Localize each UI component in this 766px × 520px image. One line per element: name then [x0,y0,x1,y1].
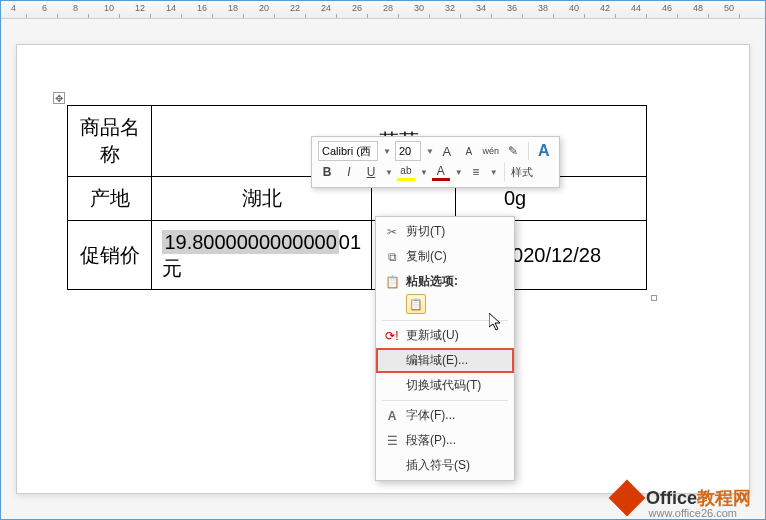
bold-button[interactable]: B [318,163,336,181]
separator [382,320,508,321]
ruler-number: 24 [321,3,331,13]
separator [382,400,508,401]
table-resize-handle-icon[interactable] [651,295,657,301]
ruler-number: 10 [104,3,114,13]
menu-label: 编辑域(E)... [406,352,506,369]
menu-label: 段落(P)... [406,432,506,449]
unit-text: 元 [162,257,182,279]
ruler-number: 32 [445,3,455,13]
office-logo-icon [609,480,646,517]
italic-button[interactable]: I [340,163,358,181]
menu-label: 字体(F)... [406,407,506,424]
paragraph-icon: ☰ [382,433,402,449]
context-menu: ✂ 剪切(T) ⧉ 复制(C) 📋 粘贴选项: 📋 ⟳! 更新域(U) 编辑域(… [375,216,515,481]
cell-promo-price-value[interactable]: 19.800000000000001 元 [152,221,372,290]
scissors-icon: ✂ [382,224,402,240]
chevron-down-icon[interactable]: ▼ [420,168,428,177]
ruler-number: 22 [290,3,300,13]
chevron-down-icon[interactable]: ▼ [426,147,434,156]
ruler-number: 48 [693,3,703,13]
clipboard-icon: 📋 [382,274,402,290]
menu-paragraph[interactable]: ☰ 段落(P)... [376,428,514,453]
menu-label: 切换域代码(T) [406,377,506,394]
menu-label: 复制(C) [406,248,506,265]
blank-icon [382,378,402,394]
ruler-number: 14 [166,3,176,13]
horizontal-ruler[interactable]: // placeholder — ruler numbers rendered … [1,1,765,19]
font-color-button[interactable]: A [432,163,450,181]
ruler-number: 36 [507,3,517,13]
underline-button[interactable]: U [362,163,380,181]
font-icon: A [382,408,402,424]
ruler-number: 44 [631,3,641,13]
menu-label: 剪切(T) [406,223,506,240]
format-painter-button[interactable]: ✎ [504,142,522,160]
blank-icon [382,458,402,474]
ruler-number: 4 [11,3,16,13]
mini-toolbar: ▼ ▼ A A wén ✎ A B I U ▼ ab ▼ A ▼ ≡ ▼ 样式 [311,136,560,188]
table-row: 促销价 19.800000000000001 元 期 2020/12/28 [68,221,647,290]
increase-font-button[interactable]: A [438,142,456,160]
ruler-number: 42 [600,3,610,13]
font-name-input[interactable] [318,141,378,161]
menu-font[interactable]: A 字体(F)... [376,403,514,428]
cell-origin-label[interactable]: 产地 [68,177,152,221]
separator [504,163,505,181]
menu-copy[interactable]: ⧉ 复制(C) [376,244,514,269]
ruler-number: 18 [228,3,238,13]
cell-product-name-label[interactable]: 商品名 称 [68,106,152,177]
chevron-down-icon[interactable]: ▼ [490,168,498,177]
watermark: Office教程网 www.office26.com [614,485,751,511]
ruler-number: 20 [259,3,269,13]
styles-icon[interactable]: A [535,142,553,160]
menu-label: 插入符号(S) [406,457,506,474]
styles-button[interactable]: 样式 [511,163,533,181]
separator [528,142,529,160]
paste-options-row: 📋 [376,294,514,318]
menu-label: 更新域(U) [406,327,506,344]
chevron-down-icon[interactable]: ▼ [455,168,463,177]
ruler-number: 40 [569,3,579,13]
cell-promo-price-label[interactable]: 促销价 [68,221,152,290]
menu-toggle-field-code[interactable]: 切换域代码(T) [376,373,514,398]
menu-edit-field[interactable]: 编辑域(E)... [376,348,514,373]
menu-insert-symbol[interactable]: 插入符号(S) [376,453,514,478]
watermark-url: www.office26.com [649,507,737,519]
trail-digits: 01 [339,231,361,253]
edit-icon [382,353,402,369]
ruler-number: 26 [352,3,362,13]
decrease-font-button[interactable]: A [460,142,478,160]
update-icon: ⟳! [382,328,402,344]
menu-cut[interactable]: ✂ 剪切(T) [376,219,514,244]
ruler-number: 38 [538,3,548,13]
menu-paste-options-label: 📋 粘贴选项: [376,269,514,294]
paste-keep-formatting-icon[interactable]: 📋 [406,294,426,314]
bullets-button[interactable]: ≡ [467,163,485,181]
ruler-number: 50 [724,3,734,13]
ruler-number: 46 [662,3,672,13]
menu-update-field[interactable]: ⟳! 更新域(U) [376,323,514,348]
chevron-down-icon[interactable]: ▼ [383,147,391,156]
ruler-number: 30 [414,3,424,13]
table-move-handle-icon[interactable]: ✥ [53,92,65,104]
ruler-number: 28 [383,3,393,13]
font-size-input[interactable] [395,141,421,161]
chevron-down-icon[interactable]: ▼ [385,168,393,177]
ruler-number: 8 [73,3,78,13]
selected-field-text[interactable]: 19.8000000000000 [162,230,338,254]
highlight-button[interactable]: ab [397,163,415,181]
ruler-number: 16 [197,3,207,13]
ruler-number: 12 [135,3,145,13]
product-table[interactable]: 商品名 称 草莓 产地 湖北 0g 促销价 19.800000000000001… [67,105,647,290]
phonetic-guide-button[interactable]: wén [482,142,500,160]
menu-label: 粘贴选项: [406,273,506,290]
copy-icon: ⧉ [382,249,402,265]
ruler-number: 6 [42,3,47,13]
ruler-number: 34 [476,3,486,13]
